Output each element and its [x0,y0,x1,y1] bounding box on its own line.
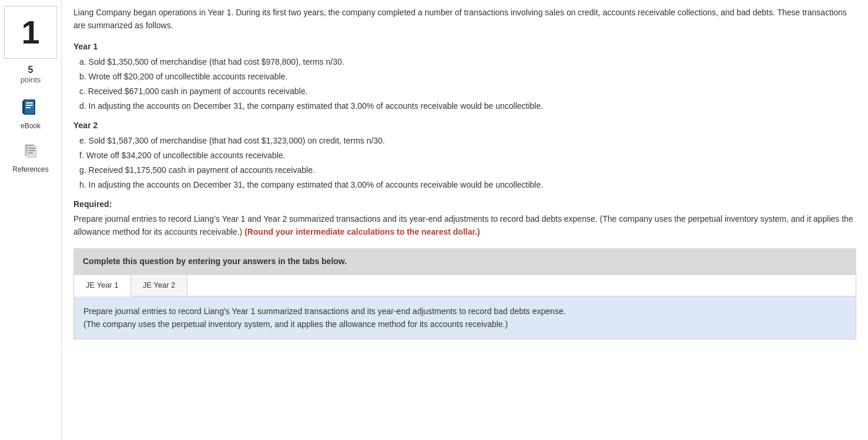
list-item: e. Sold $1,587,300 of merchandise (that … [79,135,856,147]
year2-heading: Year 2 [73,121,856,130]
tab-je-year-2[interactable]: JE Year 2 [131,275,188,296]
sidebar: 1 5 points eBook [0,0,62,440]
ebook-item[interactable]: eBook [19,96,42,130]
references-label: References [12,165,48,174]
year1-transactions: a. Sold $1,350,500 of merchandise (that … [73,56,856,112]
year2-transactions: e. Sold $1,587,300 of merchandise (that … [73,135,856,191]
required-label: Required: [73,199,856,209]
references-item[interactable]: References [12,139,48,174]
svg-rect-11 [28,148,35,149]
question-number: 1 [21,16,39,49]
year1-heading: Year 1 [73,42,856,51]
required-section: Required: Prepare journal entries to rec… [73,199,856,239]
references-icon [19,139,42,163]
points-value: 5 [21,65,41,75]
list-item: c. Received $671,000 cash in payment of … [79,85,856,98]
tab-je-year-1[interactable]: JE Year 1 [74,275,131,296]
tabs-header: JE Year 1 JE Year 2 [74,275,856,296]
svg-rect-2 [26,102,33,104]
required-text: Prepare journal entries to record Liang’… [73,212,856,239]
list-item: d. In adjusting the accounts on December… [79,100,856,112]
list-item: g. Received $1,175,500 cash in payment o… [79,164,856,176]
tabs-container: JE Year 1 JE Year 2 Prepare journal entr… [73,274,856,340]
svg-rect-12 [28,150,35,151]
points-section: 5 points [21,65,41,84]
svg-rect-13 [28,152,33,154]
year1-section: Year 1 a. Sold $1,350,500 of merchandise… [73,42,856,112]
tab-content-text: Prepare journal entries to record Liang'… [83,306,566,329]
list-item: f. Wrote off $34,200 of uncollectible ac… [79,149,856,162]
instruction-text: Complete this question by entering your … [83,256,347,266]
svg-rect-4 [26,107,31,108]
instruction-box: Complete this question by entering your … [73,248,856,274]
svg-rect-5 [22,101,25,114]
year2-section: Year 2 e. Sold $1,587,300 of merchandise… [73,121,856,191]
required-highlight: (Round your intermediate calculations to… [244,227,480,236]
list-item: h. In adjusting the accounts on December… [79,179,856,191]
ebook-label: eBook [21,122,41,130]
intro-text: Liang Company began operations in Year 1… [73,6,856,32]
list-item: a. Sold $1,350,500 of merchandise (that … [79,56,856,68]
ebook-icon [19,96,42,119]
main-content: Liang Company began operations in Year 1… [62,0,868,440]
svg-rect-3 [26,105,33,106]
tab-active-content: Prepare journal entries to record Liang'… [74,296,856,339]
points-label: points [21,75,41,84]
question-number-box: 1 [4,6,57,59]
list-item: b. Wrote off $20,200 of uncollectible ac… [79,71,856,83]
